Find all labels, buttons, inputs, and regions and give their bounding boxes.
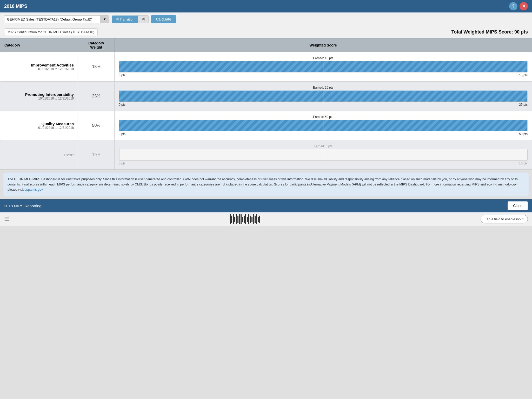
footer: 2018 MIPS Reporting Close [0, 199, 532, 212]
weight-value: 50% [82, 123, 110, 128]
category-date: 01/01/2018 to 12/31/2018 [4, 126, 74, 130]
app-title: 2018 MIPS [4, 4, 27, 9]
tap-field-button[interactable]: Tap a field to enable input [481, 215, 528, 223]
barcode-bar [239, 214, 240, 224]
score-cell: Earned: 50 pts 0 pts 50 pts [115, 111, 532, 140]
score-cell: Earned: 15 pts 0 pts 15 pts [115, 52, 532, 82]
barcode-bar [258, 217, 259, 222]
title-bar: 2018 MIPS ? ✕ [0, 0, 532, 12]
earned-label: Earned: 50 pts [119, 115, 528, 119]
weight-value: 10% [82, 152, 110, 157]
barcode-bar [230, 214, 231, 224]
barcode-bar [255, 216, 256, 223]
barcode-bar [231, 216, 232, 223]
barcode-bar [250, 216, 251, 223]
barcode-bar [233, 214, 234, 224]
barcode-bar [256, 214, 257, 224]
bar-midline [323, 61, 323, 72]
weight-value: 15% [82, 64, 110, 69]
bar-max-label: 25 pts [519, 103, 528, 107]
earned-label: Earned: 15 pts [119, 56, 528, 60]
bar-min-label: 0 pts [119, 103, 125, 107]
barcode-bar [244, 216, 245, 223]
bar-labels: 0 pts 50 pts [119, 132, 528, 136]
footer-close-button[interactable]: Close [508, 201, 528, 210]
footer-label: 2018 MIPS Reporting [4, 204, 41, 208]
toolbar: GEHRIMED Sales (TESTDATA18) (Default Gro… [0, 12, 532, 26]
col-header-weight: Category Weight [78, 38, 115, 52]
provider-select[interactable]: GEHRIMED Sales (TESTDATA18) (Default Gro… [4, 15, 101, 23]
bar-midline [323, 120, 323, 131]
config-link-button[interactable]: MIPS Configuration for GEHRIMED Sales (T… [4, 28, 98, 36]
score-cell: Earned: 0 pts 0 pts 10 pts [115, 140, 532, 170]
bar-container: Earned: 15 pts 0 pts 15 pts [119, 55, 528, 78]
category-cell: Promoting Interoperability 10/01/2018 to… [0, 82, 78, 111]
bar-container: Earned: 50 pts 0 pts 50 pts [119, 114, 528, 137]
bar-min-label: 0 pts [119, 132, 125, 136]
window-close-button[interactable]: ✕ [520, 2, 528, 10]
bar-track [119, 120, 528, 131]
barcode-bar [253, 214, 254, 224]
help-button[interactable]: ? [509, 2, 517, 10]
pi-transition-tab[interactable]: PI Transition [112, 16, 138, 23]
disclaimer-text: The GEHRIMED MIPS Dashboard is for illus… [8, 177, 518, 191]
hamburger-icon[interactable]: ☰ [4, 216, 9, 223]
weight-cell: 15% [78, 52, 115, 82]
table-row: Quality Measures 01/01/2018 to 12/31/201… [0, 111, 532, 140]
barcode-bar [259, 216, 260, 223]
bar-min-label: 0 pts [119, 162, 125, 165]
category-date: 01/01/2018 to 12/31/2018 [4, 67, 74, 71]
calculate-button[interactable]: Calculate [151, 15, 176, 23]
earned-label: Earned: 0 pts [119, 144, 528, 148]
category-name: Improvement Activities [4, 63, 74, 67]
barcode-bar [245, 214, 246, 224]
barcode-bar [251, 217, 252, 222]
mips-table: Category Category Weight Weighted Score … [0, 38, 532, 170]
pi-tab[interactable]: PI [138, 16, 148, 23]
select-arrow-icon[interactable]: ▼ [101, 15, 109, 23]
bottom-bar: ☰ Tap a field to enable input [0, 212, 532, 226]
bar-track [119, 149, 528, 161]
title-bar-buttons: ? ✕ [509, 2, 528, 10]
pi-tab-group: PI Transition PI [112, 15, 149, 23]
barcode-bar [234, 217, 235, 222]
bar-labels: 0 pts 10 pts [119, 162, 528, 165]
barcode-bar [237, 216, 238, 223]
earned-label: Earned: 25 pts [119, 86, 528, 89]
category-cell: Cost* [0, 140, 78, 170]
category-date: 10/01/2018 to 12/31/2018 [4, 97, 74, 100]
bar-container: Earned: 0 pts 0 pts 10 pts [119, 143, 528, 166]
bar-track [119, 61, 528, 72]
bar-labels: 0 pts 15 pts [119, 74, 528, 77]
weight-value: 25% [82, 94, 110, 98]
col-header-score: Weighted Score [115, 38, 532, 52]
provider-select-group: GEHRIMED Sales (TESTDATA18) (Default Gro… [4, 15, 109, 23]
config-bar: MIPS Configuration for GEHRIMED Sales (T… [0, 26, 532, 38]
bar-max-label: 50 pts [519, 132, 528, 136]
weight-cell: 10% [78, 140, 115, 170]
table-row: Improvement Activities 01/01/2018 to 12/… [0, 52, 532, 82]
barcode-bar [241, 214, 242, 224]
bar-container: Earned: 25 pts 0 pts 25 pts [119, 85, 528, 108]
disclaimer-link[interactable]: qpp.cms.gov [24, 188, 43, 191]
score-cell: Earned: 25 pts 0 pts 25 pts [115, 82, 532, 111]
table-row: Promoting Interoperability 10/01/2018 to… [0, 82, 532, 111]
bar-midline [323, 91, 323, 102]
bar-fill [119, 149, 119, 160]
bar-track [119, 90, 528, 102]
category-name: Quality Measures [4, 122, 74, 126]
bar-midline [323, 149, 323, 160]
table-row: Cost* 10% Earned: 0 pts 0 pts 10 pts [0, 140, 532, 170]
col-header-category: Category [0, 38, 78, 52]
bar-labels: 0 pts 25 pts [119, 103, 528, 107]
barcode-bar [247, 217, 248, 222]
barcode-bar [242, 217, 243, 222]
barcode-bar [248, 214, 249, 224]
category-cell: Quality Measures 01/01/2018 to 12/31/201… [0, 111, 78, 140]
weight-cell: 50% [78, 111, 115, 140]
bar-max-label: 15 pts [519, 74, 528, 77]
bar-min-label: 0 pts [119, 74, 125, 77]
category-name: Cost* [4, 153, 74, 157]
weight-cell: 25% [78, 82, 115, 111]
total-score: Total Weighted MIPS Score: 90 pts [451, 29, 528, 35]
